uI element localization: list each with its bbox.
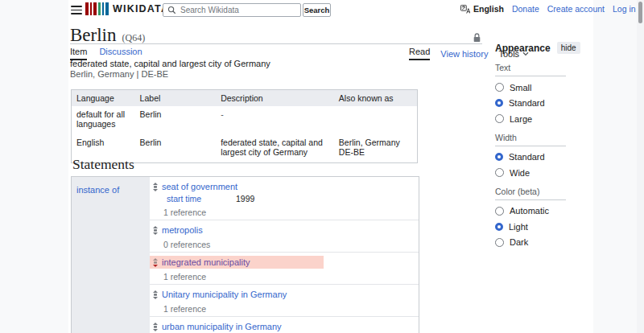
main-menu-icon[interactable] xyxy=(71,6,82,14)
statement-value-link[interactable]: integrated municipality xyxy=(162,257,250,267)
language-selector[interactable]: English xyxy=(460,4,504,14)
cell-label: Berlin xyxy=(135,106,217,134)
appearance-option[interactable]: Large xyxy=(495,114,593,124)
radio-button[interactable] xyxy=(495,153,503,161)
statement-property-cell: instance of xyxy=(72,177,150,333)
cell-label: Berlin xyxy=(135,134,217,163)
content-sheet: WIKIDATA Search Wikidata Search English … xyxy=(68,0,593,333)
rank-selector-icon xyxy=(153,290,158,299)
statement-group: instance of seat of governmentstart time… xyxy=(71,176,419,333)
statement-mainsnak: integrated municipality xyxy=(150,256,324,269)
search-button[interactable]: Search xyxy=(303,3,331,17)
radio-button[interactable] xyxy=(495,83,504,92)
cell-description: - xyxy=(216,106,334,134)
title-divider xyxy=(70,43,482,44)
scrollbar-thumb[interactable] xyxy=(638,2,642,23)
appearance-option[interactable]: Automatic xyxy=(495,206,593,216)
statement: seat of governmentstart time19991 refere… xyxy=(150,177,419,220)
radio-label: Automatic xyxy=(510,206,549,216)
scrollbar-track[interactable] xyxy=(637,0,644,333)
radio-label: Large xyxy=(510,114,532,124)
radio-button[interactable] xyxy=(495,99,503,107)
radio-button[interactable] xyxy=(495,207,504,216)
appearance-option[interactable]: Light xyxy=(495,222,593,232)
radio-button[interactable] xyxy=(495,168,504,177)
cell-description: federated state, capital and largest cit… xyxy=(216,134,334,163)
appearance-section-label: Text xyxy=(495,63,566,76)
radio-label: Small xyxy=(510,83,532,92)
appearance-option[interactable]: Dark xyxy=(495,237,593,247)
appearance-sections: TextSmallStandardLargeWidthStandardWideC… xyxy=(495,63,593,247)
statement: Unitary municipality in Germany1 referen… xyxy=(150,285,419,317)
termbox-table: Language Label Description Also known as… xyxy=(71,89,418,163)
column-header-language: Language xyxy=(72,90,135,107)
rank-selector-icon xyxy=(153,323,158,331)
statement-qualifier: start time1999 xyxy=(167,194,419,204)
statement-mainsnak: Unitary municipality in Germany xyxy=(150,288,419,301)
termbox-header-row: Language Label Description Also known as xyxy=(72,90,418,107)
appearance-option[interactable]: Standard xyxy=(495,98,593,108)
language-label: English xyxy=(473,4,504,14)
login-link[interactable]: Log in xyxy=(613,4,636,14)
appearance-hide-button[interactable]: hide xyxy=(557,42,580,54)
statement-value-link[interactable]: Unitary municipality in Germany xyxy=(162,290,287,299)
cell-language: default for all languages xyxy=(72,106,135,134)
wikidata-logo-icon xyxy=(85,2,109,15)
create-account-link[interactable]: Create account xyxy=(547,4,605,14)
appearance-option[interactable]: Wide xyxy=(495,168,593,178)
statement-value-link[interactable]: urban municipality in Germany xyxy=(162,322,282,331)
entity-id: (Q64) xyxy=(122,32,146,43)
appearance-panel: Appearance hide TextSmallStandardLargeWi… xyxy=(495,42,593,253)
appearance-section-label: Width xyxy=(495,133,566,146)
statement-list: seat of governmentstart time19991 refere… xyxy=(150,177,419,333)
language-icon xyxy=(460,5,470,14)
radio-button[interactable] xyxy=(495,238,504,247)
statement-mainsnak: urban municipality in Germany xyxy=(150,320,419,333)
search-input[interactable]: Search Wikidata xyxy=(180,6,239,14)
statement-value-link[interactable]: seat of government xyxy=(162,182,237,191)
donate-link[interactable]: Donate xyxy=(512,4,539,14)
radio-button[interactable] xyxy=(495,223,503,231)
radio-label: Standard xyxy=(509,98,545,108)
statement-mainsnak: metropolis xyxy=(150,224,419,236)
cell-also-known-as: Berlin, GermanyDE-BE xyxy=(334,134,418,163)
qualifier-property-link[interactable]: start time xyxy=(167,194,236,204)
appearance-option[interactable]: Small xyxy=(495,83,593,92)
property-link[interactable]: instance of xyxy=(76,185,119,195)
radio-label: Standard xyxy=(509,152,545,162)
termbox-body: default for all languagesBerlin-EnglishB… xyxy=(72,106,418,163)
wikidata-logo-text: WIKIDATA xyxy=(113,3,169,14)
rank-selector-icon xyxy=(153,226,158,235)
references-count[interactable]: 0 references xyxy=(163,240,419,249)
references-count[interactable]: 1 reference xyxy=(163,304,419,314)
radio-button[interactable] xyxy=(495,114,504,123)
column-header-label: Label xyxy=(135,90,217,107)
references-count[interactable]: 1 reference xyxy=(163,208,419,217)
entity-aliases: Berlin, Germany | DE-BE xyxy=(70,69,168,79)
column-header-also-known-as: Also known as xyxy=(334,90,418,107)
wikidata-page: WIKIDATA Search Wikidata Search English … xyxy=(0,0,644,333)
radio-label: Dark xyxy=(510,237,528,247)
search-icon xyxy=(167,6,176,14)
rank-selector-icon xyxy=(153,258,158,267)
statement-value-link[interactable]: metropolis xyxy=(162,225,203,235)
references-count[interactable]: 1 reference xyxy=(163,272,419,282)
statement: urban municipality in Germany0 reference… xyxy=(150,317,419,333)
appearance-section-label: Color (beta) xyxy=(495,187,566,200)
search-box[interactable]: Search Wikidata xyxy=(163,3,301,17)
cell-also-known-as xyxy=(334,106,418,134)
statement: integrated municipality1 reference xyxy=(150,253,419,285)
wikidata-logo[interactable]: WIKIDATA xyxy=(85,2,169,15)
alias-line: DE-BE xyxy=(339,147,412,157)
column-header-description: Description xyxy=(216,90,334,107)
radio-label: Light xyxy=(509,222,528,232)
alias-line: Berlin, Germany xyxy=(339,138,412,147)
table-row: default for all languagesBerlin- xyxy=(72,106,418,134)
tab-view-history[interactable]: View history xyxy=(440,49,488,59)
statement: metropolis0 references xyxy=(150,220,419,253)
tab-read[interactable]: Read xyxy=(409,47,430,60)
appearance-option[interactable]: Standard xyxy=(495,152,593,162)
rank-selector-icon xyxy=(153,183,158,191)
statement-mainsnak: seat of government xyxy=(150,180,419,193)
entity-description: federated state, capital and largest cit… xyxy=(70,59,270,68)
